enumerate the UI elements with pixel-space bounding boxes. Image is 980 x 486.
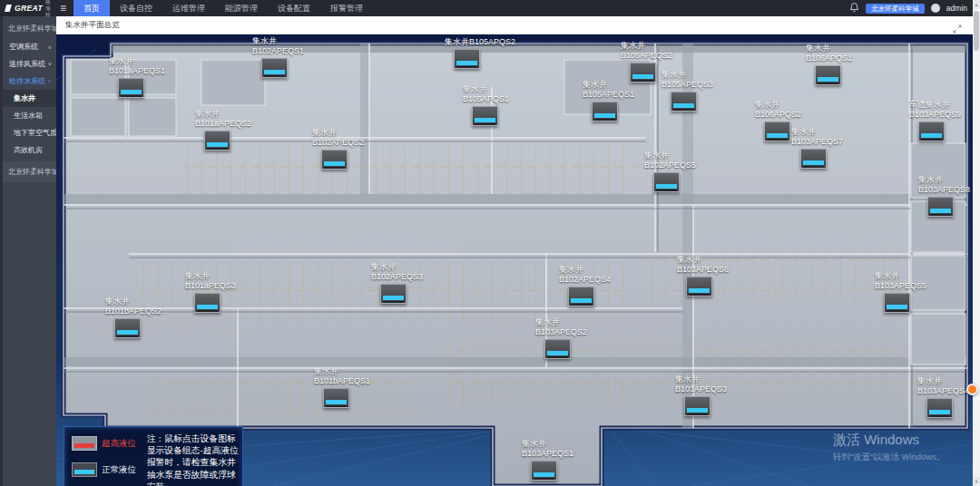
water-level-device-icon[interactable] bbox=[544, 339, 571, 359]
sump-marker-B103APEQS5[interactable]: 集水井B103APEQS5 bbox=[875, 271, 926, 313]
water-level-device-icon[interactable] bbox=[927, 197, 954, 217]
marker-code: B103APEQS7 bbox=[791, 137, 843, 147]
sump-marker-B102APEQS4[interactable]: 集水井B102APEQS4 bbox=[559, 265, 611, 306]
nav-tab-2[interactable]: 运维管理 bbox=[162, 0, 215, 16]
marker-code: B105APEQS1 bbox=[583, 90, 634, 100]
water-level-device-icon[interactable] bbox=[114, 318, 141, 338]
marker-title: 集水井 bbox=[195, 109, 251, 119]
water-level-device-icon[interactable] bbox=[472, 106, 498, 126]
legend-panel: 超高液位正常液位 注：鼠标点击设备图标显示设备组态-超高液位报警时，请检查集水井… bbox=[64, 426, 243, 486]
water-level-device-icon[interactable] bbox=[926, 398, 953, 418]
avatar[interactable] bbox=[931, 4, 940, 13]
sump-marker-B103APEQS1[interactable]: 集水井B103APEQS1 bbox=[522, 439, 573, 481]
water-level-device-icon[interactable] bbox=[684, 396, 710, 416]
water-level-device-icon[interactable] bbox=[686, 277, 712, 296]
watermark-subtitle: 转到“设置”以激活 Windows。 bbox=[833, 452, 946, 463]
legend-item-0: 超高液位 bbox=[72, 436, 141, 451]
water-level-device-icon[interactable] bbox=[918, 122, 945, 141]
sump-marker-B103APEQS3[interactable]: 集水井B103APEQS3 bbox=[675, 374, 727, 416]
water-level-device-icon[interactable] bbox=[653, 172, 680, 192]
sidebar-item-6[interactable]: 地下室空气质量 bbox=[3, 124, 56, 141]
marker-title: 集水井 bbox=[791, 127, 843, 137]
sidebar-item-7[interactable]: 高效机房 bbox=[3, 141, 56, 159]
water-level-device-icon[interactable] bbox=[630, 63, 656, 83]
sump-marker-B101aAPEQS1[interactable]: 集水井B101aAPEQS1 bbox=[109, 56, 165, 98]
marker-title: 集水井 bbox=[875, 271, 926, 281]
water-level-device-icon[interactable] bbox=[321, 150, 348, 170]
water-level-device-icon[interactable] bbox=[204, 131, 230, 151]
scroll-marker-dot[interactable] bbox=[966, 384, 978, 395]
sump-marker-B103APEQS4[interactable]: 集水井B103APEQS4 bbox=[917, 376, 969, 418]
note-line-2: 报警时，请检查集水井 bbox=[147, 456, 239, 468]
sidebar-group-1[interactable]: 空调系统∨ bbox=[3, 38, 56, 55]
sump-marker-B103APEQS6[interactable]: 集水井B103APEQS6 bbox=[677, 255, 729, 296]
sump-marker-B103APEQS2[interactable]: 集水井B103APEQS2 bbox=[535, 317, 587, 359]
water-level-device-icon[interactable] bbox=[884, 293, 910, 313]
sump-marker-B102APEQS3[interactable]: 集水井B102APEQS3 bbox=[371, 262, 423, 304]
water-level-device-icon[interactable] bbox=[800, 149, 827, 169]
water-level-device-icon[interactable] bbox=[380, 284, 407, 304]
sidebar-item-4[interactable]: 集水井 bbox=[3, 90, 56, 107]
scrollbar-thumb[interactable] bbox=[974, 11, 979, 51]
scrollbar[interactable]: ▲ ▼ bbox=[973, 0, 980, 486]
menu-collapse-icon[interactable]: ≡ bbox=[60, 0, 66, 16]
sump-marker-B102APEQS2[interactable]: 集水井B102APEQS2 bbox=[312, 128, 364, 170]
water-level-device-icon[interactable] bbox=[454, 49, 480, 69]
sidebar-item-5[interactable]: 生活水箱 bbox=[3, 107, 56, 124]
sidebar-section-title: 北京怀柔科学城 bbox=[3, 16, 56, 38]
username[interactable]: admin bbox=[946, 4, 967, 13]
water-level-device-icon[interactable] bbox=[531, 461, 557, 481]
water-level-device-icon[interactable] bbox=[194, 293, 220, 313]
marker-title: 集水井 bbox=[755, 100, 801, 110]
water-level-device-icon[interactable] bbox=[323, 388, 349, 408]
scroll-down-arrow[interactable]: ▼ bbox=[973, 477, 980, 486]
sidebar-group-3[interactable]: 给排水系统∧ bbox=[3, 73, 56, 90]
water-level-device-icon[interactable] bbox=[568, 287, 594, 306]
water-level-device-icon[interactable] bbox=[592, 102, 618, 122]
sump-marker-B105APEQS3[interactable]: 集水井B105APEQS3 bbox=[662, 70, 713, 112]
notification-bell-icon[interactable] bbox=[849, 0, 859, 16]
sidebar-group-2[interactable]: 送排风系统∨ bbox=[3, 55, 56, 73]
marker-code: B103APEQS3 bbox=[675, 384, 727, 394]
nav-tab-5[interactable]: 报警管理 bbox=[320, 0, 373, 16]
marker-title: 集水井 bbox=[252, 36, 304, 46]
legend-item-1: 正常液位 bbox=[72, 462, 141, 477]
water-level-device-icon[interactable] bbox=[118, 78, 144, 98]
sump-marker-B102APEQS5[interactable]: 集水井B102APEQS5 bbox=[644, 151, 696, 192]
floor-plan bbox=[56, 34, 973, 486]
sump-marker-B103APEQS9[interactable]: 车道集水井B103APEQS9 bbox=[909, 100, 961, 141]
legend-rows: 超高液位正常液位 bbox=[72, 433, 141, 486]
sump-marker-B101bAPEQS1[interactable]: 集水井B101bAPEQS1 bbox=[314, 366, 370, 408]
scroll-up-arrow[interactable]: ▲ bbox=[973, 0, 980, 9]
water-level-device-icon[interactable] bbox=[764, 122, 790, 141]
nav-tab-4[interactable]: 设备配置 bbox=[268, 0, 320, 16]
sump-marker-B105APQS1[interactable]: 集水井B105APQS1 bbox=[463, 84, 509, 126]
sump-marker-B101bAPEQS2[interactable]: 集水井B101bAPEQS2 bbox=[105, 296, 162, 338]
sump-marker-B103APEQS7[interactable]: 集水井B103APEQS7 bbox=[791, 127, 843, 169]
chevron-icon: ∧ bbox=[48, 79, 52, 84]
water-level-device-icon[interactable] bbox=[261, 58, 288, 78]
marker-code: B102APEQS5 bbox=[644, 160, 696, 170]
sump-marker-B102APEQS1[interactable]: 集水井B102APEQS1 bbox=[252, 36, 304, 78]
nav-tab-3[interactable]: 能源管理 bbox=[215, 0, 268, 16]
marker-code: B103APEQS9 bbox=[909, 110, 961, 120]
sump-marker-B101aPEQS3[interactable]: 集水井B101aPEQS3 bbox=[185, 271, 236, 313]
sump-marker-B105APEQS1[interactable]: 集水井B105APEQS1 bbox=[583, 80, 634, 122]
water-level-device-icon[interactable] bbox=[815, 65, 841, 85]
water-level-device-icon[interactable] bbox=[671, 92, 697, 112]
legend-label: 超高液位 bbox=[102, 438, 136, 450]
sump-marker-B103APEQS8[interactable]: 集水井B103APEQS8 bbox=[918, 175, 970, 217]
sump-marker-B106APQS1[interactable]: 集水井B106APQS1 bbox=[806, 44, 852, 85]
fullscreen-icon[interactable] bbox=[953, 21, 962, 37]
tab-sump-plan-overview[interactable]: 集水井平面总览 bbox=[56, 20, 129, 31]
sidebar-group-label: 给排水系统 bbox=[9, 76, 45, 86]
brand-flag-icon bbox=[5, 5, 12, 12]
marker-code: B105APEQS3 bbox=[662, 80, 713, 90]
nav-tab-0[interactable]: 首页 bbox=[74, 0, 110, 16]
sump-marker-集水井B105APQS2[interactable]: 集水井B105APQS2 bbox=[445, 37, 515, 69]
site-badge[interactable]: 北京怀柔科学城 bbox=[866, 4, 925, 14]
nav-tab-1[interactable]: 设备自控 bbox=[110, 0, 162, 16]
marker-title: 车道集水井 bbox=[909, 100, 961, 110]
marker-title: 集水井 bbox=[109, 56, 165, 66]
sump-marker-B101aAPEQS2[interactable]: 集水井B101aAPEQS2 bbox=[195, 109, 251, 151]
